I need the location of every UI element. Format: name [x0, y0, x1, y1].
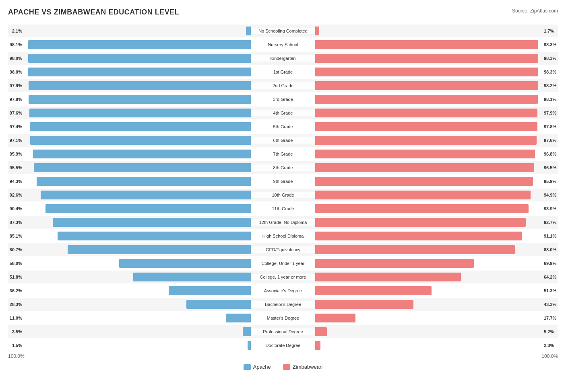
left-side: 97.1%	[8, 134, 251, 147]
left-bar-container	[24, 150, 251, 158]
left-bar	[68, 245, 251, 254]
right-value: 64.2%	[544, 275, 558, 279]
center-label: 8th Grade	[251, 164, 315, 171]
bottom-labels: 100.0% 100.0%	[8, 353, 558, 359]
right-bar-container	[315, 245, 542, 254]
left-value: 97.1%	[8, 138, 22, 143]
right-bar	[315, 314, 355, 322]
right-side: 95.9%	[315, 175, 558, 188]
left-bar	[28, 40, 251, 49]
right-value: 93.9%	[544, 206, 558, 211]
left-value: 98.1%	[8, 42, 22, 47]
left-side: 1.5%	[8, 339, 251, 352]
chart-body: 2.1%No Schooling Completed1.7%98.1%Nurse…	[8, 25, 558, 352]
left-bar-container	[24, 136, 251, 145]
table-row: 80.7%GED/Equivalency88.0%	[8, 243, 558, 256]
left-bar	[226, 314, 251, 322]
left-bar	[30, 122, 251, 131]
left-bar-container	[24, 163, 251, 172]
center-label: 9th Grade	[251, 178, 315, 185]
right-side: 1.7%	[315, 25, 558, 37]
left-bar-container	[24, 259, 251, 268]
right-value: 94.9%	[544, 193, 558, 197]
center-label: 7th Grade	[251, 151, 315, 157]
table-row: 97.6%4th Grade97.9%	[8, 107, 558, 119]
table-row: 97.1%6th Grade97.6%	[8, 134, 558, 147]
right-bar-container	[315, 68, 542, 76]
right-bar-container	[315, 259, 542, 268]
right-value: 96.8%	[544, 152, 558, 156]
right-bar-container	[315, 218, 542, 227]
left-side: 97.8%	[8, 93, 251, 106]
legend: Apache Zimbabwean	[8, 364, 558, 370]
center-label: High School Diploma	[251, 233, 315, 239]
center-label: 1st Grade	[251, 69, 315, 75]
right-side: 97.6%	[315, 134, 558, 147]
right-bar-container	[315, 109, 542, 117]
table-row: 90.4%11th Grade93.9%	[8, 202, 558, 215]
right-bar	[315, 27, 319, 35]
right-side: 97.8%	[315, 120, 558, 133]
center-label: Master's Degree	[251, 315, 315, 321]
left-value: 98.0%	[8, 56, 22, 61]
right-bar	[315, 95, 538, 104]
left-side: 11.0%	[8, 312, 251, 324]
left-side: 97.6%	[8, 107, 251, 119]
center-label: 11th Grade	[251, 205, 315, 212]
left-bar-container	[24, 232, 251, 240]
left-value: 85.1%	[8, 234, 22, 238]
left-bar	[29, 95, 251, 104]
table-row: 1.5%Doctorate Degree2.3%	[8, 339, 558, 352]
left-side: 97.9%	[8, 79, 251, 92]
right-side: 43.3%	[315, 298, 558, 311]
left-side: 85.1%	[8, 230, 251, 242]
left-value: 97.4%	[8, 124, 22, 129]
right-bar-container	[315, 286, 542, 295]
bottom-right-label: 100.0%	[541, 353, 558, 359]
right-bar	[315, 122, 537, 131]
legend-zimbabwean-label: Zimbabwean	[293, 364, 322, 370]
table-row: 97.8%3rd Grade98.1%	[8, 93, 558, 106]
right-bar-container	[315, 81, 542, 90]
left-side: 51.8%	[8, 271, 251, 283]
right-bar	[315, 150, 535, 158]
left-bar-container	[24, 81, 251, 90]
chart-container: APACHE VS ZIMBABWEAN EDUCATION LEVEL Sou…	[8, 8, 558, 370]
left-bar	[186, 300, 251, 309]
left-bar	[133, 273, 251, 281]
center-label: Associate's Degree	[251, 287, 315, 294]
left-side: 90.4%	[8, 202, 251, 215]
right-bar	[315, 300, 413, 309]
left-bar-container	[24, 300, 251, 309]
center-label: Nursery School	[251, 41, 315, 48]
left-side: 87.3%	[8, 216, 251, 229]
right-value: 97.9%	[544, 111, 558, 115]
left-value: 92.6%	[8, 193, 22, 197]
left-bar-container	[24, 273, 251, 281]
center-label: No Schooling Completed	[251, 28, 315, 34]
right-bar-container	[315, 163, 542, 172]
right-side: 51.3%	[315, 284, 558, 297]
left-side: 28.3%	[8, 298, 251, 311]
left-side: 98.0%	[8, 66, 251, 78]
left-bar	[58, 232, 251, 240]
legend-apache: Apache	[244, 364, 271, 370]
right-side: 88.0%	[315, 243, 558, 256]
right-bar	[315, 81, 538, 90]
right-side: 2.3%	[315, 339, 558, 352]
left-value: 36.2%	[8, 288, 22, 293]
right-side: 98.3%	[315, 52, 558, 65]
left-bar-container	[24, 341, 251, 350]
left-bar-container	[24, 191, 251, 199]
left-value: 95.5%	[8, 165, 22, 170]
center-label: Bachelor's Degree	[251, 301, 315, 308]
right-bar-container	[315, 341, 542, 350]
left-side: 95.9%	[8, 148, 251, 160]
right-side: 94.9%	[315, 189, 558, 201]
table-row: 11.0%Master's Degree17.7%	[8, 312, 558, 324]
table-row: 51.8%College, 1 year or more64.2%	[8, 271, 558, 283]
chart-title: APACHE VS ZIMBABWEAN EDUCATION LEVEL	[8, 8, 558, 16]
right-side: 64.2%	[315, 271, 558, 283]
table-row: 97.4%5th Grade97.8%	[8, 120, 558, 133]
bottom-left-label: 100.0%	[8, 353, 25, 359]
